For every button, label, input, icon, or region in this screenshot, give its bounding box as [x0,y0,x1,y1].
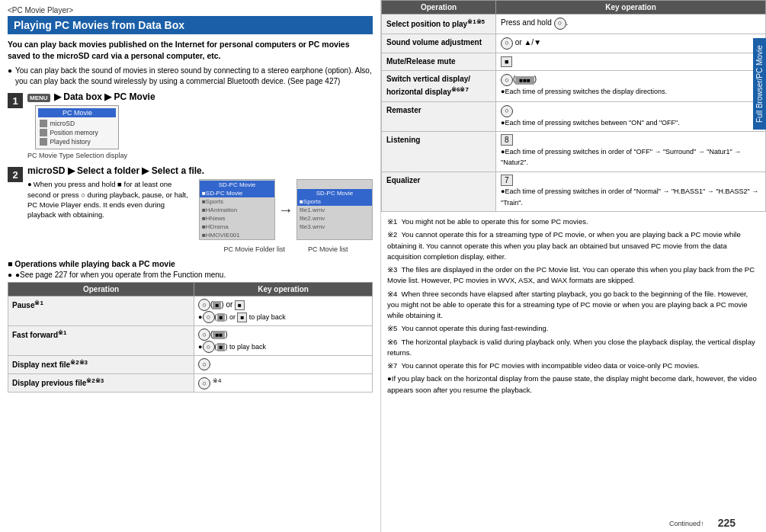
key-oval-rm: ○ [501,105,513,117]
footnote-8: ●If you play back on the horizontal disp… [387,373,760,396]
table-row: Remaster ○ ●Each time of pressing switch… [382,101,766,132]
screenshot-row-1: PC Movie microSD Position memory Played … [27,105,373,159]
step-2-row: 2 microSD ▶ Select a folder ▶ Select a f… [8,165,373,253]
table-row: Display next file※2※3 ○ [8,356,373,373]
bullet-text-1: You can play back the sound of movies in… [8,66,373,87]
footnote-4: ※4 When three seconds have elapsed after… [387,289,760,322]
table-row: Listening 8 ●Each time of pressing switc… [382,132,766,172]
key-next: ○ [194,356,373,373]
screenshot-item-2: Position memory [38,128,116,137]
op-mute: Mute/Release mute [382,53,496,71]
key-oval-4: ○ [203,341,215,353]
key-select-pos: Press and hold ○. [496,14,766,34]
side-label: Full Browser/PC Movie [753,38,766,130]
table-row: Switch vertical display/horizontal displ… [382,71,766,101]
op-remaster: Remaster [382,101,496,132]
step-2-label: microSD ▶ Select a folder ▶ Select a fil… [27,165,373,176]
screenshot-box-1: PC Movie microSD Position memory Played … [35,105,119,149]
movie-list-screenshot: SD-PC Movie ■Sports file1.wmv file2.wmv … [296,179,373,240]
header-small: <PC Movie Player> [8,6,373,14]
screenshot-item-1: microSD [38,119,116,128]
folder-list-label: PC Movie Folder list [223,245,285,253]
footnote-6: ※6 The horizontal playback is valid duri… [387,337,760,359]
folder-list-screenshot: SD-PC Movie ■SD-PC Movie ■Sports ■HAnima… [199,179,275,240]
step-2-content: microSD ▶ Select a folder ▶ Select a fil… [27,165,373,253]
table-row: Pause※1 ○(■) or ■ ●○(■) or ■ to play bac… [8,296,373,326]
op-pause: Pause※1 [8,296,194,326]
page-title: Playing PC Movies from Data Box [8,16,373,34]
step-2-number: 2 [8,167,23,182]
op-prev: Display previous file※2※3 [8,373,194,393]
op-select-pos: Select position to play※1※5 [382,14,496,34]
footnote-2: ※2 You cannot operate this for a streami… [387,229,760,262]
key-remaster: ○ ●Each time of pressing switches betwee… [496,101,766,132]
op-ff: Fast forward※1 [8,326,194,356]
main-table: Operation Key operation Select position … [381,0,766,212]
key-oval-pos: ○ [554,18,566,30]
key-oval-2: ○ [203,311,215,323]
key-vol: ○ or ▲/▼ [496,34,766,53]
continued-label: Continued↑ [669,520,712,527]
key-pause: ○(■) or ■ ●○(■) or ■ to play back [194,296,373,326]
footnote-7: ※7 You cannot operate this for PC movies… [387,361,760,371]
footnote-5: ※5 You cannot operate this during fast-r… [387,323,760,334]
operations-header: ■ Operations while playing back a PC mov… [8,259,373,268]
op-listening: Listening [382,132,496,172]
key-switch-disp: ○(■■■) ●Each time of pressing switches t… [496,71,766,101]
left-panel: <PC Movie Player> Playing PC Movies from… [0,0,381,532]
step-1-text: ▶ Data box ▶ PC Movie [54,91,155,102]
screenshot-label-1: PC Movie Type Selection display [27,152,127,159]
main-table-header-op: Operation [382,1,496,14]
op-equalizer: Equalizer [382,171,496,212]
step-1-number: 1 [8,93,23,108]
bottom-table-header-op: Operation [8,283,194,296]
key-oval-1: ○ [198,299,210,311]
arrow-icon: → [278,201,293,219]
table-row: Display previous file※2※3 ○ ※4 [8,373,373,393]
op-next: Display next file※2※3 [8,356,194,373]
bottom-table: Operation Key operation Pause※1 ○(■) or … [8,282,373,393]
table-row: Sound volume adjustment ○ or ▲/▼ [382,34,766,53]
menu-icon: MENU [27,94,50,102]
key-listening: 8 ●Each time of pressing switches in ord… [496,132,766,172]
table-row: Select position to play※1※5 Press and ho… [382,14,766,34]
page-number: 225 [718,517,736,529]
table-row: Equalizer 7 ●Each time of pressing switc… [382,171,766,212]
key-ff: ○(■■) ●○(■) to play back [194,326,373,356]
footnotes: ※1 You might not be able to operate this… [381,212,766,517]
table-row: Mute/Release mute ■ [382,53,766,71]
main-table-header-key: Key operation [496,1,766,14]
key-oval-3: ○ [198,328,210,341]
bottom-table-header-key: Key operation [194,283,373,296]
key-oval-vol: ○ [501,37,513,50]
step-1-content: MENU ▶ Data box ▶ PC Movie PC Movie micr… [27,91,373,159]
screenshot-item-3: Played history [38,137,116,146]
see-page-text: ●See page 227 for when you operate from … [8,271,373,279]
right-panel: Full Browser/PC Movie Operation Key oper… [381,0,766,532]
table-row: Fast forward※1 ○(■■) ●○(■) to play back [8,326,373,356]
screenshot-title-1: PC Movie [38,108,116,117]
key-oval-6: ○ [198,377,210,389]
step-1-label: MENU ▶ Data box ▶ PC Movie [27,91,373,102]
key-oval-sw: ○ [501,74,513,86]
footnote-1: ※1 You might not be able to operate this… [387,216,760,227]
op-switch-disp: Switch vertical display/horizontal displ… [382,71,496,101]
intro-text: You can play back movies published on th… [8,39,373,61]
key-equalizer: 7 ●Each time of pressing switches in ord… [496,171,766,212]
key-oval-5: ○ [198,358,210,370]
movie-list-label: PC Movie list [308,245,348,253]
op-vol: Sound volume adjustment [382,34,496,53]
step-2-bullet: ●When you press and hold ■ for at least … [27,179,193,253]
footnote-3: ※3 The files are displayed in the order … [387,264,760,287]
step-1-row: 1 MENU ▶ Data box ▶ PC Movie PC Movie mi… [8,91,373,159]
key-prev: ○ ※4 [194,373,373,393]
key-mute: ■ [496,53,766,71]
